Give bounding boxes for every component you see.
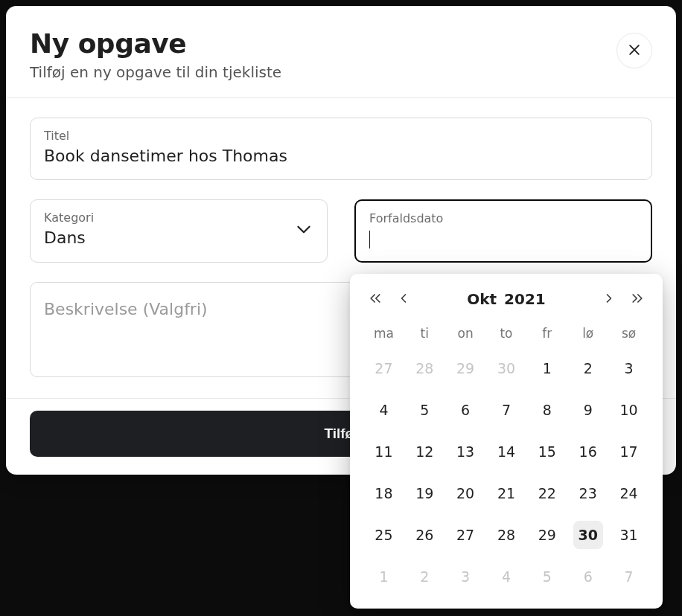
datepicker-day[interactable]: 31 <box>614 521 644 549</box>
datepicker-dow: ma <box>363 326 404 341</box>
datepicker-dow: to <box>486 326 527 341</box>
datepicker-day[interactable]: 21 <box>491 479 521 507</box>
datepicker-day[interactable]: 14 <box>491 437 521 466</box>
prev-year-button[interactable] <box>368 291 383 308</box>
datepicker-day[interactable]: 4 <box>491 562 521 591</box>
datepicker-day[interactable]: 11 <box>369 437 398 466</box>
datepicker-title[interactable]: Okt 2021 <box>467 290 546 308</box>
title-label: Titel <box>44 129 638 143</box>
datepicker-dow: on <box>445 326 486 341</box>
datepicker-popover: Okt 2021 mationtofrløsø27282930123456789… <box>350 274 663 609</box>
datepicker-day[interactable]: 1 <box>532 354 562 382</box>
datepicker-day[interactable]: 9 <box>573 396 603 424</box>
datepicker-dow: sø <box>608 326 649 341</box>
datepicker-day[interactable]: 23 <box>573 479 603 507</box>
datepicker-day[interactable]: 27 <box>450 521 480 549</box>
datepicker-day[interactable]: 6 <box>573 562 603 591</box>
datepicker-day[interactable]: 7 <box>491 396 521 424</box>
datepicker-day[interactable]: 3 <box>614 354 644 382</box>
datepicker-day[interactable]: 28 <box>409 354 439 382</box>
close-button[interactable] <box>616 33 652 68</box>
datepicker-dow: lø <box>567 326 608 341</box>
datepicker-day[interactable]: 5 <box>532 562 562 591</box>
datepicker-day[interactable]: 26 <box>409 521 439 549</box>
datepicker-day[interactable]: 3 <box>450 562 480 591</box>
datepicker-day[interactable]: 6 <box>450 396 480 424</box>
datepicker-day[interactable]: 18 <box>369 479 398 507</box>
chevron-right-icon <box>602 291 616 308</box>
datepicker-day[interactable]: 16 <box>573 437 603 466</box>
datepicker-dow: fr <box>526 326 567 341</box>
datepicker-grid: mationtofrløsø27282930123456789101112131… <box>363 326 649 591</box>
chevron-left-icon <box>396 291 411 308</box>
datepicker-day[interactable]: 24 <box>614 479 644 507</box>
close-icon <box>627 42 642 60</box>
duedate-label: Forfaldsdato <box>369 211 637 225</box>
datepicker-day[interactable]: 2 <box>409 562 439 591</box>
datepicker-month: Okt <box>467 290 497 308</box>
dialog-header: Ny opgave Tilføj en ny opgave til din tj… <box>6 6 676 98</box>
datepicker-day[interactable]: 30 <box>491 354 521 382</box>
description-placeholder: Beskrivelse (Valgfri) <box>44 300 208 318</box>
title-field[interactable]: Titel Book dansetimer hos Thomas <box>30 118 652 180</box>
datepicker-day[interactable]: 25 <box>369 521 398 549</box>
datepicker-day[interactable]: 22 <box>532 479 562 507</box>
category-label: Kategori <box>44 211 313 225</box>
chevron-down-icon <box>294 219 313 242</box>
category-value: Dans <box>44 228 86 247</box>
datepicker-day[interactable]: 8 <box>532 396 562 424</box>
next-month-button[interactable] <box>602 291 616 308</box>
datepicker-day[interactable]: 5 <box>409 396 439 424</box>
datepicker-day[interactable]: 12 <box>409 437 439 466</box>
datepicker-day[interactable]: 27 <box>369 354 398 382</box>
datepicker-dow: ti <box>404 326 445 341</box>
datepicker-day[interactable]: 1 <box>369 562 398 591</box>
double-chevron-right-icon <box>630 291 645 308</box>
datepicker-header: Okt 2021 <box>363 290 649 308</box>
dialog-subtitle: Tilføj en ny opgave til din tjekliste <box>30 63 281 81</box>
datepicker-day[interactable]: 30 <box>573 521 603 549</box>
datepicker-day[interactable]: 15 <box>532 437 562 466</box>
duedate-field[interactable]: Forfaldsdato <box>354 199 652 263</box>
double-chevron-left-icon <box>368 291 383 308</box>
dialog-title: Ny opgave <box>30 28 281 59</box>
datepicker-day[interactable]: 13 <box>450 437 480 466</box>
datepicker-day[interactable]: 28 <box>491 521 521 549</box>
datepicker-day[interactable]: 10 <box>614 396 644 424</box>
text-caret <box>369 231 370 248</box>
datepicker-day[interactable]: 2 <box>573 354 603 382</box>
title-value: Book dansetimer hos Thomas <box>44 147 287 165</box>
datepicker-day[interactable]: 29 <box>532 521 562 549</box>
datepicker-year: 2021 <box>504 290 546 308</box>
datepicker-day[interactable]: 20 <box>450 479 480 507</box>
prev-month-button[interactable] <box>396 291 411 308</box>
datepicker-day[interactable]: 4 <box>369 396 398 424</box>
datepicker-day[interactable]: 17 <box>614 437 644 466</box>
datepicker-day[interactable]: 19 <box>409 479 439 507</box>
duedate-value <box>369 229 370 248</box>
datepicker-day[interactable]: 29 <box>450 354 480 382</box>
category-select[interactable]: Kategori Dans <box>30 199 328 263</box>
next-year-button[interactable] <box>630 291 645 308</box>
datepicker-day[interactable]: 7 <box>614 562 644 591</box>
